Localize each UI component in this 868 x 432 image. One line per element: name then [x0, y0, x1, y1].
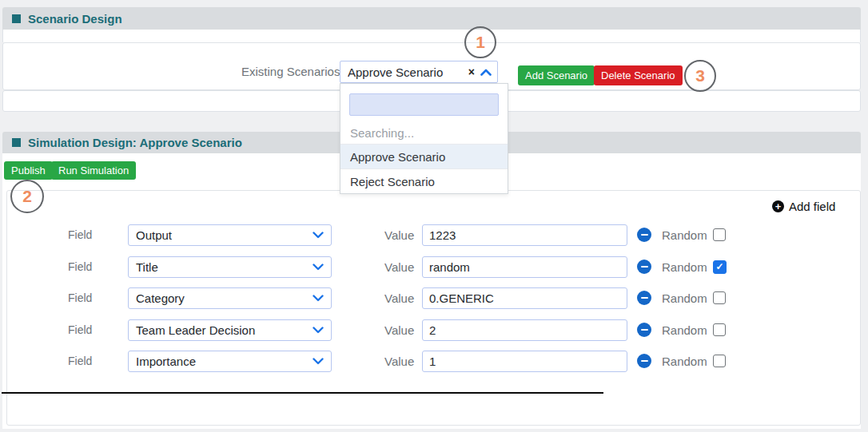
dropdown-option-approve[interactable]: Approve Scenario [340, 144, 508, 168]
existing-scenarios-select-value: Approve Scenario [348, 65, 468, 79]
field-select[interactable]: Importance [128, 351, 332, 372]
simulation-design-title: Simulation Design: Approve Scenario [28, 136, 242, 149]
field-row: Field Importance Value Random [6, 350, 861, 372]
random-checkbox[interactable] [713, 323, 726, 336]
clear-selection-icon[interactable] [468, 66, 475, 77]
publish-button[interactable]: Publish [4, 161, 53, 180]
section-square-icon [12, 138, 21, 147]
annotation-step-3: 3 [684, 60, 716, 92]
remove-field-icon[interactable] [637, 228, 651, 242]
value-label: Value [384, 355, 416, 368]
scenario-search-input[interactable] [349, 93, 499, 116]
field-label: Field [68, 260, 97, 273]
field-select-value: Importance [136, 355, 313, 368]
chevron-down-icon [313, 295, 324, 302]
dropdown-searching-text: Searching... [340, 121, 508, 144]
scenario-design-spacer [2, 30, 861, 42]
chevron-up-icon[interactable] [480, 69, 492, 76]
field-label: Field [68, 323, 97, 336]
random-checkbox[interactable] [713, 291, 726, 304]
random-label: Random [662, 291, 706, 305]
value-input[interactable] [422, 287, 627, 309]
chevron-down-icon [313, 264, 324, 271]
value-label: Value [384, 291, 416, 305]
add-field-label: Add field [789, 200, 835, 213]
add-field-button[interactable]: Add field [772, 200, 835, 213]
field-select[interactable]: Category [128, 287, 332, 309]
field-label: Field [68, 355, 97, 367]
field-select-value: Team Leader Decision [136, 323, 313, 337]
scenario-design-title: Scenario Design [28, 12, 122, 26]
field-label: Field [68, 291, 97, 304]
value-label: Value [384, 260, 416, 274]
remove-field-icon[interactable] [637, 260, 651, 274]
plus-icon [772, 200, 784, 212]
random-label: Random [662, 323, 706, 337]
scenario-dropdown-panel: Searching... Approve Scenario Reject Sce… [340, 83, 508, 194]
value-input[interactable] [422, 256, 627, 278]
existing-scenarios-select[interactable]: Approve Scenario [340, 61, 498, 83]
value-input[interactable] [422, 224, 627, 246]
run-simulation-button[interactable]: Run Simulation [51, 161, 136, 180]
chevron-down-icon [313, 358, 324, 365]
remove-field-icon[interactable] [637, 354, 651, 368]
scenario-design-header: Scenario Design [2, 7, 861, 30]
field-row: Field Team Leader Decision Value Random [6, 319, 861, 341]
field-select[interactable]: Title [128, 256, 332, 278]
chevron-down-icon [313, 232, 324, 239]
delete-scenario-button[interactable]: Delete Scenario [594, 65, 683, 85]
random-label: Random [662, 260, 706, 274]
field-select-value: Title [136, 260, 313, 274]
dropdown-option-reject[interactable]: Reject Scenario [340, 168, 508, 193]
random-label: Random [662, 355, 706, 368]
remove-field-icon[interactable] [637, 323, 651, 337]
field-row: Field Output Value Random [6, 224, 861, 246]
random-checkbox[interactable] [713, 260, 727, 274]
random-label: Random [662, 228, 706, 242]
value-input[interactable] [422, 319, 627, 341]
add-scenario-button[interactable]: Add Scenario [518, 65, 595, 85]
field-select[interactable]: Team Leader Decision [128, 319, 332, 341]
value-label: Value [384, 323, 416, 337]
field-select-value: Category [136, 291, 313, 305]
chevron-down-icon [313, 327, 324, 334]
annotation-step-2: 2 [10, 180, 44, 213]
section-square-icon [12, 14, 21, 23]
field-row: Field Category Value Random [6, 287, 861, 309]
existing-scenarios-label: Existing Scenarios [241, 65, 333, 78]
field-select[interactable]: Output [128, 224, 332, 246]
field-row: Field Title Value Random [6, 256, 861, 278]
random-checkbox[interactable] [713, 228, 726, 241]
remove-field-icon[interactable] [637, 291, 651, 305]
field-select-value: Output [136, 228, 313, 242]
value-input[interactable] [422, 351, 627, 372]
divider-line [2, 392, 603, 394]
value-label: Value [384, 228, 416, 242]
random-checkbox[interactable] [713, 355, 726, 367]
field-label: Field [68, 228, 97, 241]
annotation-step-1: 1 [464, 26, 496, 58]
